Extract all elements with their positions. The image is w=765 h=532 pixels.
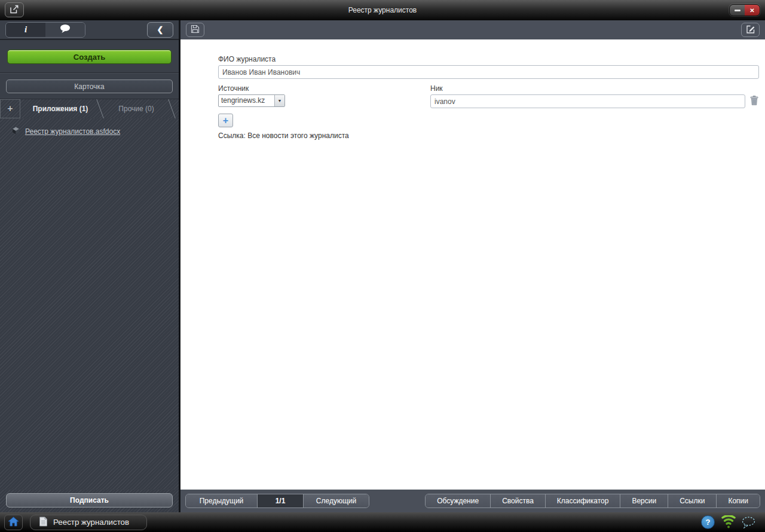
- chat-bubble-icon: [59, 24, 71, 35]
- tab-versions[interactable]: Версии: [620, 494, 668, 507]
- tab-copies[interactable]: Копии: [717, 494, 760, 507]
- close-icon: ✕: [749, 7, 754, 14]
- close-button[interactable]: ✕: [745, 5, 760, 16]
- open-external-button[interactable]: [5, 2, 24, 17]
- sidebar-toolbar: i ❮: [0, 20, 179, 40]
- prev-page-button[interactable]: Предыдущий: [186, 494, 258, 507]
- document-toolbar: [180, 20, 765, 39]
- chat-toggle-button[interactable]: [45, 23, 85, 37]
- offline-chat-icon[interactable]: [741, 516, 756, 528]
- window-controls: ✕: [729, 4, 760, 16]
- sidebar-footer: Подписать: [0, 490, 179, 512]
- main-panel: ФИО журналиста Источник tengrinews.kz ▼ …: [180, 20, 765, 512]
- create-button[interactable]: Создать: [7, 50, 172, 64]
- tab-attachments[interactable]: Приложения (1): [20, 99, 100, 118]
- info-toggle-button[interactable]: i: [6, 23, 45, 37]
- taskbar-item-registry[interactable]: Реестр журналистов: [30, 515, 147, 530]
- journalist-news-link: Ссылка: Все новости этого журналиста: [218, 132, 759, 140]
- home-button[interactable]: [4, 515, 23, 530]
- tab-others[interactable]: Прочие (0): [100, 99, 172, 118]
- bottom-bar: Предыдущий 1/1 Следующий Обсуждение Свой…: [180, 490, 765, 512]
- collapse-sidebar-button[interactable]: ❮: [147, 22, 173, 38]
- tab-classifier[interactable]: Классификатор: [546, 494, 621, 507]
- sign-button[interactable]: Подписать: [6, 493, 173, 507]
- taskbar: Реестр журналистов ?: [0, 512, 765, 532]
- tab-discussion[interactable]: Обсуждение: [426, 494, 491, 507]
- source-select-value: tengrinews.kz: [219, 95, 274, 106]
- list-item: Реестр журналистов.asfdocx: [12, 127, 179, 136]
- document-icon: [39, 516, 48, 528]
- open-external-icon: [10, 5, 19, 16]
- file-cube-icon: [12, 127, 20, 136]
- add-attachment-button[interactable]: +: [0, 99, 20, 118]
- trash-icon: [749, 95, 759, 108]
- pagination: Предыдущий 1/1 Следующий: [185, 494, 369, 508]
- bottom-tab-group: Обсуждение Свойства Классификатор Версии…: [425, 494, 760, 508]
- edit-button[interactable]: [741, 23, 760, 37]
- plus-icon: +: [7, 103, 13, 114]
- app-window: Реестр журналистов ✕ i ❮ Создать: [0, 0, 765, 532]
- info-chat-toggle: i: [5, 22, 85, 38]
- sidebar: i ❮ Создать Карточка + Приложения (1) Пр…: [0, 20, 180, 512]
- fio-label: ФИО журналиста: [218, 55, 759, 63]
- attachment-list: Реестр журналистов.asfdocx: [0, 118, 179, 490]
- tab-links[interactable]: Ссылки: [668, 494, 717, 507]
- source-label: Источник: [218, 84, 430, 93]
- network-signal-icon[interactable]: [721, 515, 736, 529]
- save-button[interactable]: [186, 23, 204, 37]
- source-select[interactable]: tengrinews.kz ▼: [218, 94, 285, 107]
- delete-row-button[interactable]: [749, 95, 759, 108]
- tab-properties[interactable]: Свойства: [491, 494, 546, 507]
- form-content: ФИО журналиста Источник tengrinews.kz ▼ …: [180, 39, 765, 490]
- page-counter: 1/1: [258, 494, 303, 507]
- attachment-file-link[interactable]: Реестр журналистов.asfdocx: [25, 127, 120, 136]
- sidebar-divider: [0, 72, 179, 74]
- fio-input[interactable]: [218, 65, 759, 79]
- nick-label: Ник: [430, 84, 759, 93]
- help-icon: ?: [706, 518, 711, 527]
- minimize-button[interactable]: [730, 5, 745, 16]
- window-title: Реестр журналистов: [0, 6, 765, 14]
- attachment-tabs: + Приложения (1) Прочие (0): [0, 99, 179, 118]
- nick-input[interactable]: [430, 94, 745, 108]
- next-page-button[interactable]: Следующий: [303, 494, 369, 507]
- info-icon: i: [25, 25, 27, 35]
- minimize-icon: [735, 10, 740, 11]
- add-nick-button[interactable]: +: [218, 114, 233, 127]
- card-button[interactable]: Карточка: [6, 80, 173, 93]
- title-bar: Реестр журналистов ✕: [0, 0, 765, 20]
- taskbar-item-label: Реестр журналистов: [53, 518, 129, 527]
- home-icon: [8, 516, 19, 528]
- edit-pencil-icon: [746, 25, 755, 36]
- save-floppy-icon: [191, 25, 200, 35]
- chevron-down-icon: ▼: [274, 95, 284, 106]
- chevron-left-icon: ❮: [157, 25, 164, 34]
- help-button[interactable]: ?: [701, 515, 715, 529]
